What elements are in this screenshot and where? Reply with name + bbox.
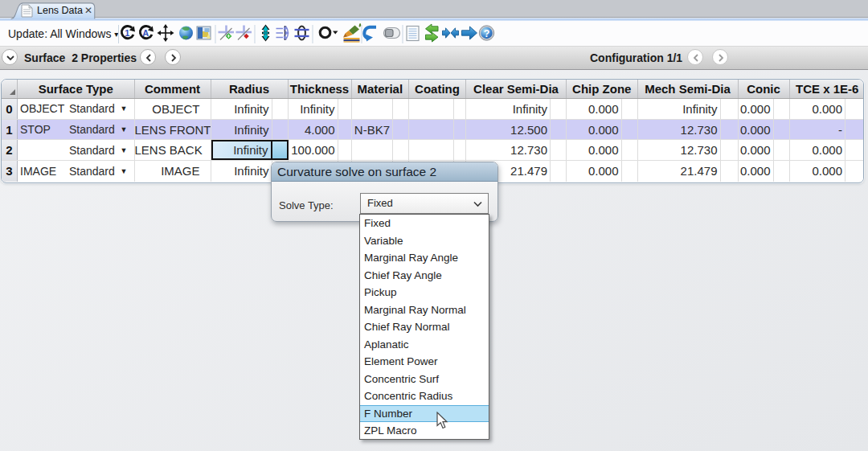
svg-text:A: A <box>142 28 149 38</box>
svg-text:?: ? <box>484 28 490 39</box>
svg-text:1: 1 <box>125 28 129 38</box>
